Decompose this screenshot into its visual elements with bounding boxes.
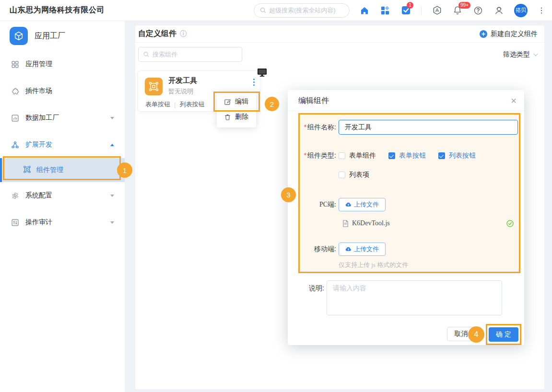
card-tag-list: 列表按钮 bbox=[179, 100, 204, 109]
sidebar-item-extension-dev[interactable]: 扩展开发 bbox=[0, 131, 125, 158]
apps-icon[interactable] bbox=[380, 5, 390, 16]
search-icon bbox=[143, 51, 149, 58]
step-badge-1: 1 bbox=[117, 162, 132, 178]
sidebar-item-label: 系统配置 bbox=[25, 191, 52, 200]
type-label: *组件类型: bbox=[300, 151, 339, 160]
page-title: 自定义组件 bbox=[138, 29, 176, 39]
new-component-label: 新建自定义组件 bbox=[491, 30, 538, 38]
company-name: 山东思为网络科技有限公司 bbox=[10, 5, 105, 15]
tag-separator: | bbox=[174, 101, 176, 108]
menu-edit-label: 编辑 bbox=[235, 97, 248, 106]
checkbox-list-item[interactable]: 列表项 bbox=[339, 171, 369, 179]
sidebar-item-data-factory[interactable]: 数据加工厂 bbox=[0, 104, 125, 131]
info-icon[interactable]: ⓘ bbox=[180, 30, 187, 38]
chevron-down-icon bbox=[110, 195, 114, 197]
mobile-label: 移动端: bbox=[300, 245, 339, 254]
home-icon[interactable] bbox=[359, 5, 370, 16]
close-icon[interactable]: × bbox=[511, 90, 517, 111]
toolbar: 筛选类型 bbox=[135, 43, 544, 62]
mobile-upload-row: 移动端: 上传文件 bbox=[300, 242, 519, 256]
chevron-down-icon bbox=[110, 221, 114, 224]
required-mark: * bbox=[304, 151, 306, 159]
chevron-down-icon bbox=[533, 51, 538, 56]
notifications-badge: 99+ bbox=[458, 2, 470, 9]
sidebar-item-label: 扩展开发 bbox=[25, 140, 52, 149]
pc-upload-button[interactable]: 上传文件 bbox=[339, 198, 386, 211]
help-icon[interactable]: ? bbox=[473, 5, 483, 16]
sidebar-item-label: 操作审计 bbox=[25, 218, 52, 227]
required-mark: * bbox=[304, 123, 306, 131]
checkbox-form-component[interactable]: 表单组件 bbox=[339, 151, 376, 160]
sidebar: 应用工厂 应用管理 插件市场 数据加工厂 扩展开发 bbox=[0, 21, 125, 392]
component-search[interactable] bbox=[138, 47, 242, 62]
notifications-bell-icon[interactable]: 99+ bbox=[452, 5, 463, 16]
hexagon-app-icon[interactable] bbox=[432, 5, 442, 16]
avatar[interactable]: 搭贝 bbox=[514, 4, 528, 17]
app-title: 应用工厂 bbox=[35, 31, 65, 41]
cloud-upload-icon bbox=[345, 202, 352, 208]
new-component-button[interactable]: 新建自定义组件 bbox=[480, 30, 538, 38]
gear-icon bbox=[11, 191, 19, 200]
edit-icon bbox=[224, 98, 231, 105]
card-title: 开发工具 bbox=[168, 76, 197, 85]
card-more-icon[interactable] bbox=[250, 79, 257, 89]
cloud-upload-icon bbox=[345, 247, 352, 252]
checkbox-checked-icon[interactable] bbox=[438, 152, 445, 159]
card-tag-form: 表单按钮 bbox=[145, 100, 170, 109]
sidebar-item-system-config[interactable]: 系统配置 bbox=[0, 182, 125, 209]
sidebar-item-component-management[interactable]: 组件管理 bbox=[0, 158, 125, 182]
step-badge-4: 4 bbox=[468, 326, 484, 343]
sidebar-item-operation-audit[interactable]: 操作审计 bbox=[0, 209, 125, 236]
name-row: *组件名称: bbox=[300, 120, 519, 135]
monitor-icon bbox=[257, 68, 267, 79]
edit-component-modal: 编辑组件 × *组件名称: *组件类型: 表单组件 表单按钮 bbox=[288, 90, 524, 345]
sidebar-item-label: 组件管理 bbox=[36, 166, 63, 174]
upload-hint-row: 仅支持上传 js 格式的文件 bbox=[300, 261, 519, 269]
file-icon bbox=[342, 220, 349, 227]
uploaded-file-row[interactable]: K6DevTool.js bbox=[300, 219, 519, 227]
grid-icon bbox=[11, 60, 19, 69]
checkbox-icon[interactable] bbox=[339, 152, 345, 159]
description-textarea[interactable] bbox=[327, 280, 502, 315]
todo-icon[interactable]: 1 bbox=[400, 5, 411, 16]
menu-item-delete[interactable]: 删除 bbox=[217, 109, 256, 125]
filter-type-dropdown[interactable]: 筛选类型 bbox=[503, 50, 537, 59]
mobile-upload-button[interactable]: 上传文件 bbox=[339, 242, 386, 256]
checkbox-icon[interactable] bbox=[339, 172, 345, 178]
app-cube-icon bbox=[10, 27, 28, 45]
sidebar-item-label: 数据加工厂 bbox=[25, 114, 59, 122]
description-row: 说明: bbox=[288, 280, 524, 315]
component-icon bbox=[23, 165, 31, 175]
global-search[interactable] bbox=[254, 3, 350, 18]
app-root: 山东思为网络科技有限公司 1 99+ bbox=[0, 0, 552, 392]
highlighted-form-area: *组件名称: *组件类型: 表单组件 表单按钮 列表按钮 bbox=[298, 113, 520, 273]
sidebar-item-plugin-market[interactable]: 插件市场 bbox=[0, 78, 125, 104]
step-badge-3: 3 bbox=[281, 187, 296, 202]
file-name: K6DevTool.js bbox=[352, 219, 390, 227]
sidebar-item-app-management[interactable]: 应用管理 bbox=[0, 51, 125, 78]
name-label: *组件名称: bbox=[300, 123, 339, 132]
card-tags: 表单按钮 | 列表按钮 bbox=[145, 100, 204, 109]
filter-label: 筛选类型 bbox=[503, 50, 530, 59]
modal-title: 编辑组件 bbox=[298, 96, 329, 104]
menu-delete-label: 删除 bbox=[235, 113, 248, 121]
checkbox-form-button[interactable]: 表单按钮 bbox=[388, 151, 426, 160]
component-search-input[interactable] bbox=[153, 51, 237, 58]
share-nodes-icon bbox=[11, 140, 19, 149]
global-search-input[interactable] bbox=[269, 7, 341, 14]
component-name-input[interactable] bbox=[339, 120, 518, 135]
step-badge-2: 2 bbox=[265, 97, 279, 111]
pc-label: PC端: bbox=[300, 200, 339, 209]
confirm-button[interactable]: 确 定 bbox=[489, 327, 518, 342]
checkbox-list-button[interactable]: 列表按钮 bbox=[438, 151, 476, 160]
card-context-menu: 编辑 删除 bbox=[217, 91, 256, 127]
customer-service-icon[interactable] bbox=[493, 5, 504, 16]
more-menu-icon[interactable]: ⋮ bbox=[538, 7, 545, 14]
sidebar-item-label: 应用管理 bbox=[25, 60, 52, 69]
app-switcher[interactable]: 应用工厂 bbox=[0, 21, 125, 51]
search-icon bbox=[260, 7, 266, 13]
upload-hint: 仅支持上传 js 格式的文件 bbox=[339, 261, 408, 269]
sidebar-item-label: 插件市场 bbox=[25, 87, 52, 95]
checkbox-checked-icon[interactable] bbox=[388, 152, 395, 159]
menu-item-edit[interactable]: 编辑 bbox=[217, 94, 256, 109]
